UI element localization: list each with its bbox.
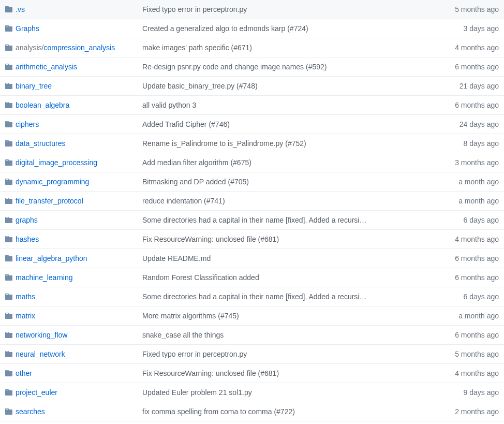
file-name-cell: hashes <box>0 230 137 249</box>
file-name-cell: dynamic_programming <box>0 172 137 192</box>
commit-message-link[interactable]: Bitmasking and DP added (#705) <box>142 178 249 186</box>
commit-message-cell: Fix ResourceWarning: unclosed file (#681… <box>137 230 426 249</box>
folder-icon <box>5 216 12 224</box>
commit-message-link[interactable]: Re-design psnr.py code and change image … <box>142 63 327 71</box>
commit-message-cell: Fixed typo error in perceptron.py <box>137 345 426 364</box>
file-row: GraphsCreated a generalized algo to edmo… <box>0 19 504 38</box>
file-name-cell: ciphers <box>0 115 137 134</box>
file-name-link[interactable]: .vs <box>16 5 25 13</box>
file-name-link[interactable]: linear_algebra_python <box>16 254 87 262</box>
commit-message-link[interactable]: Fixed typo error in perceptron.py <box>142 350 247 358</box>
commit-message-link[interactable]: Added Trafid Cipher (#746) <box>142 120 230 128</box>
file-row: graphsSome directories had a capital in … <box>0 211 504 230</box>
file-name-link[interactable]: compression_analysis <box>43 43 115 52</box>
commit-message-cell: More matrix algorithms (#745) <box>137 306 426 326</box>
file-name-cell: digital_image_processing <box>0 153 137 172</box>
commit-message-link[interactable]: make images' path specific (#671) <box>142 43 252 52</box>
file-name-link[interactable]: data_structures <box>16 139 66 148</box>
file-row: linear_algebra_pythonUpdate README.md6 m… <box>0 249 504 268</box>
file-row: otherFix ResourceWarning: unclosed file … <box>0 364 504 383</box>
file-name-link[interactable]: ciphers <box>16 120 39 128</box>
file-name-link[interactable]: arithmetic_analysis <box>16 63 77 71</box>
file-name-cell: simple_client <box>0 421 137 425</box>
commit-message-link[interactable]: Rename is_Palindrome to is_Palindrome.py… <box>142 139 306 148</box>
commit-message-cell: snake_case all the things <box>137 326 426 345</box>
commit-age: 6 months ago <box>426 421 504 425</box>
folder-icon <box>5 139 12 148</box>
commit-age: 5 months ago <box>426 345 504 364</box>
file-name-link[interactable]: other <box>16 369 32 377</box>
file-name-link[interactable]: binary_tree <box>16 82 52 90</box>
commit-age: a month ago <box>426 172 504 192</box>
commit-message-link[interactable]: Created a generalized algo to edmonds ka… <box>142 24 308 33</box>
commit-message-link[interactable]: Updated Euler problem 21 sol1.py <box>142 388 252 397</box>
commit-message-link[interactable]: Fix ResourceWarning: unclosed file (#681… <box>142 235 279 243</box>
commit-message-link[interactable]: Fix ResourceWarning: unclosed file (#681… <box>142 369 279 377</box>
file-row: binary_treeUpdate basic_binary_tree.py (… <box>0 77 504 96</box>
commit-message-link[interactable]: Fixed typo error in perceptron.py <box>142 5 247 13</box>
file-name-link[interactable]: machine_learning <box>16 273 73 282</box>
commit-message-link[interactable]: all valid python 3 <box>142 101 196 109</box>
file-row: .vsFixed typo error in perceptron.py5 mo… <box>0 0 504 19</box>
commit-age: 3 months ago <box>426 153 504 172</box>
commit-age: 8 days ago <box>426 134 504 153</box>
commit-message-link[interactable]: More matrix algorithms (#745) <box>142 312 239 320</box>
file-name-link[interactable]: neural_network <box>16 350 65 358</box>
commit-message-link[interactable]: Update README.md <box>142 254 211 262</box>
file-name-link[interactable]: dynamic_programming <box>16 178 89 186</box>
commit-age: a month ago <box>426 306 504 326</box>
commit-message-cell: Created a generalized algo to edmonds ka… <box>137 19 426 38</box>
file-name-cell: graphs <box>0 211 137 230</box>
file-row: neural_networkFixed typo error in percep… <box>0 345 504 364</box>
file-name-cell: machine_learning <box>0 268 137 287</box>
file-name-link[interactable]: digital_image_processing <box>16 158 97 167</box>
file-name-cell: analysis/compression_analysis <box>0 38 137 57</box>
file-name-link[interactable]: networking_flow <box>16 331 67 339</box>
folder-icon <box>5 331 12 339</box>
file-row: data_structuresRename is_Palindrome to i… <box>0 134 504 153</box>
file-name-cell: .vs <box>0 0 137 19</box>
file-row: arithmetic_analysisRe-design psnr.py cod… <box>0 57 504 77</box>
file-name-cell: other <box>0 364 137 383</box>
commit-message-link[interactable]: Random Forest Classification added <box>142 273 259 282</box>
commit-message-link[interactable]: Update basic_binary_tree.py (#748) <box>142 82 258 90</box>
file-name-cell: file_transfer_protocol <box>0 192 137 211</box>
folder-icon <box>5 369 12 377</box>
folder-icon <box>5 101 12 109</box>
commit-message-link[interactable]: reduce indentation (#741) <box>142 197 225 205</box>
commit-message-link[interactable]: Some directories had a capital in their … <box>142 216 366 224</box>
file-name-link[interactable]: matrix <box>16 312 35 320</box>
commit-message-cell: Update client.py <box>137 421 426 425</box>
folder-icon <box>5 312 12 320</box>
file-name-link[interactable]: Graphs <box>16 24 39 33</box>
folder-icon <box>5 235 12 243</box>
commit-message-cell: all valid python 3 <box>137 96 426 115</box>
commit-message-cell: Re-design psnr.py code and change image … <box>137 57 426 77</box>
file-name-link[interactable]: maths <box>16 293 35 301</box>
folder-icon <box>5 120 12 128</box>
commit-message-link[interactable]: fix comma spelling from coma to comma (#… <box>142 407 295 416</box>
commit-message-cell: fix comma spelling from coma to comma (#… <box>137 402 426 421</box>
file-name-cell: maths <box>0 287 137 306</box>
commit-message-cell: Add median filter algorithm (#675) <box>137 153 426 172</box>
file-name-link[interactable]: file_transfer_protocol <box>16 197 83 205</box>
folder-icon <box>5 293 12 301</box>
file-row: machine_learningRandom Forest Classifica… <box>0 268 504 287</box>
commit-age: a month ago <box>426 192 504 211</box>
file-name-link[interactable]: project_euler <box>16 388 57 397</box>
file-name-cell: boolean_algebra <box>0 96 137 115</box>
file-row: networking_flowsnake_case all the things… <box>0 326 504 345</box>
file-row: hashesFix ResourceWarning: unclosed file… <box>0 230 504 249</box>
file-name-link[interactable]: graphs <box>16 216 38 224</box>
file-name-link[interactable]: boolean_algebra <box>16 101 69 109</box>
commit-message-link[interactable]: snake_case all the things <box>142 331 224 339</box>
file-name-link[interactable]: searches <box>16 407 45 416</box>
commit-message-link[interactable]: Some directories had a capital in their … <box>142 293 366 301</box>
commit-message-link[interactable]: Add median filter algorithm (#675) <box>142 158 251 167</box>
file-name-cell: binary_tree <box>0 77 137 96</box>
commit-message-cell: reduce indentation (#741) <box>137 192 426 211</box>
folder-icon <box>5 273 12 282</box>
file-name-link[interactable]: hashes <box>16 235 39 243</box>
commit-message-cell: Update README.md <box>137 249 426 268</box>
file-row: boolean_algebraall valid python 36 month… <box>0 96 504 115</box>
